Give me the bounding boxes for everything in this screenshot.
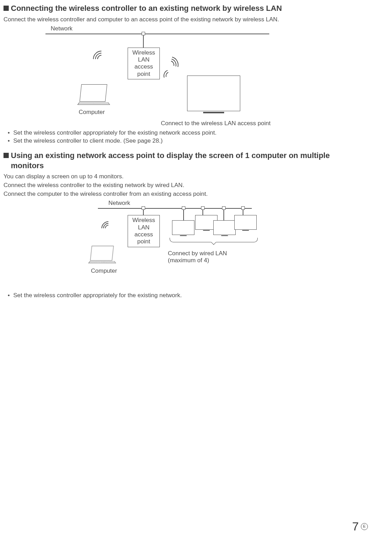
computer-label: Computer	[79, 109, 105, 116]
figure-caption: Connect to the wireless LAN access point	[161, 120, 271, 127]
access-point-box: Wireless LAN access point	[128, 215, 160, 247]
brace-icon	[170, 238, 258, 242]
heading-text-line1: Using an existing network access point t…	[11, 151, 330, 160]
monitor-icon	[213, 220, 236, 235]
bullet-item: Set the wireless controller appropriatel…	[3, 291, 367, 300]
ap-line: LAN	[131, 56, 157, 63]
section-heading-1: Connecting the wireless controller to an…	[3, 3, 367, 14]
section1-intro: Connect the wireless controller and comp…	[3, 16, 367, 24]
figure-2: Network Wireless LAN access point Comput…	[94, 201, 276, 274]
page-number: 7	[352, 520, 359, 533]
language-badge: E	[361, 523, 368, 530]
network-label: Network	[51, 25, 72, 32]
network-node-icon	[222, 206, 226, 210]
monitor-icon	[234, 215, 257, 230]
figure-caption-line2: (maximum of 4)	[168, 257, 209, 264]
section-heading-2: Using an existing network access point t…	[3, 151, 367, 171]
bullet-item: Set the wireless controller appropriatel…	[3, 129, 367, 137]
ap-line: Wireless	[131, 49, 157, 56]
page-footer: 7 E	[352, 520, 368, 533]
laptop-icon	[80, 84, 109, 106]
section2-intro2: Connect the wireless controller to the e…	[3, 181, 367, 190]
section2-intro3: Connect the computer to the wireless con…	[3, 190, 367, 198]
monitor-icon	[172, 220, 194, 235]
heading-text: Connecting the wireless controller to an…	[11, 4, 282, 13]
ap-line: point	[131, 71, 157, 78]
square-bullet-icon	[3, 6, 9, 11]
drop-line	[202, 210, 203, 215]
section1-bullets: Set the wireless controller appropriatel…	[3, 129, 367, 145]
section2-bullets: Set the wireless controller appropriatel…	[3, 291, 367, 300]
network-node-icon	[142, 206, 145, 210]
ap-line: Wireless	[131, 217, 157, 224]
ap-line: access	[131, 231, 157, 238]
computer-label: Computer	[91, 267, 117, 274]
section2-intro1: You can display a screen on up to 4 moni…	[3, 173, 367, 181]
drop-line	[143, 210, 144, 215]
network-line	[98, 208, 252, 209]
network-node-icon	[142, 32, 145, 35]
square-bullet-icon	[3, 153, 9, 158]
bullet-item: Set the wireless controller to client mo…	[3, 137, 367, 145]
ap-line: access	[131, 63, 157, 70]
laptop-icon	[91, 246, 115, 264]
network-node-icon	[201, 206, 205, 210]
figure-caption-line1: Connect by wired LAN	[168, 250, 227, 257]
drop-line	[183, 210, 184, 220]
ap-line: LAN	[131, 224, 157, 231]
network-label: Network	[108, 200, 130, 207]
drop-line	[243, 210, 243, 215]
ap-line: point	[131, 238, 157, 245]
heading-text-line2: monitors	[11, 161, 44, 170]
access-point-box: Wireless LAN access point	[128, 48, 160, 80]
monitor-icon	[187, 76, 240, 109]
drop-line	[143, 35, 144, 48]
drop-line	[223, 210, 224, 220]
network-line	[45, 34, 269, 34]
network-node-icon	[241, 206, 245, 210]
network-node-icon	[182, 206, 185, 210]
figure-1: Network Wireless LAN access point Comput…	[45, 27, 297, 124]
